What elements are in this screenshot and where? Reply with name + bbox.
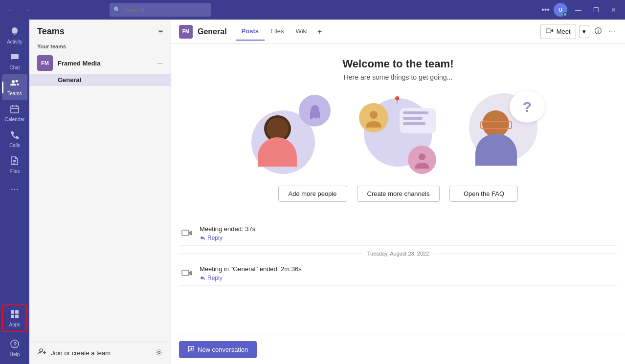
files-label: Files — [9, 169, 20, 174]
maximize-button[interactable]: ❐ — [589, 5, 603, 15]
svg-rect-5 — [11, 315, 14, 318]
activity-label: Activity — [7, 39, 22, 44]
camera-icon — [179, 225, 195, 241]
team-framed-media-name: Framed Media — [58, 60, 152, 67]
help-icon: ? — [10, 339, 20, 350]
svg-rect-3 — [11, 310, 14, 314]
meet-button[interactable]: Meet — [540, 24, 576, 39]
teams-icon — [10, 78, 20, 89]
add-tab-button[interactable]: + — [313, 23, 326, 40]
message-item: Meeting ended: 37s Reply — [179, 221, 617, 246]
svg-rect-18 — [182, 270, 189, 276]
meet-dropdown-button[interactable]: ▾ — [579, 25, 589, 38]
reply-button[interactable]: Reply — [200, 235, 617, 241]
sidebar-item-teams[interactable]: Teams — [2, 74, 27, 100]
tab-wiki[interactable]: Wiki — [290, 23, 313, 41]
sidebar-item-more[interactable]: ··· — [2, 180, 27, 197]
channel-general[interactable]: General — [29, 74, 171, 86]
minimize-button[interactable]: — — [571, 5, 585, 15]
back-button[interactable]: ← — [5, 5, 18, 15]
team-framed-media-avatar: FM — [37, 55, 53, 71]
title-bar-right: ••• U — ❐ ✕ — [541, 3, 620, 17]
teams-header: Teams ≡ — [29, 20, 171, 42]
join-create-label: Join or create a team — [51, 349, 111, 357]
add-people-button[interactable]: Add more people — [278, 186, 347, 202]
channel-name: General — [198, 27, 227, 36]
svg-rect-2 — [11, 106, 19, 113]
meet-label: Meet — [557, 28, 571, 35]
date-separator-label: Tuesday, August 23, 2022 — [362, 251, 434, 257]
message-item: Meeting in "General" ended: 2m 36s Reply — [179, 261, 617, 286]
calls-icon — [10, 130, 20, 141]
teams-menu-button[interactable]: ≡ — [158, 27, 163, 36]
files-icon — [10, 156, 20, 167]
close-button[interactable]: ✕ — [607, 5, 620, 15]
reply-label: Reply — [207, 235, 223, 241]
welcome-section: Welcome to the team! Here are some thing… — [179, 48, 617, 221]
illus-add-people: + — [246, 91, 335, 174]
team-framed-media-more[interactable]: ··· — [157, 59, 163, 67]
sidebar-item-files[interactable]: Files — [2, 152, 27, 178]
reply-button[interactable]: Reply — [200, 275, 617, 281]
welcome-subtitle: Here are some things to get going... — [189, 73, 607, 81]
svg-point-10 — [158, 351, 160, 353]
channel-more-button[interactable]: ··· — [607, 25, 617, 38]
svg-rect-11 — [546, 29, 551, 33]
channel-info-button[interactable] — [592, 25, 604, 39]
teams-panel-title: Teams — [37, 26, 65, 37]
illus-faq: ? — [462, 91, 550, 174]
search-wrap: 🔍 — [110, 3, 393, 17]
illus-channels: 📍 — [354, 91, 442, 174]
message-text: Meeting ended: 37s — [200, 225, 617, 233]
sidebar-item-activity[interactable]: Activity — [2, 22, 27, 48]
chevron-down-icon: ▾ — [582, 28, 586, 35]
svg-point-9 — [40, 349, 43, 352]
join-icon — [37, 347, 47, 359]
calendar-icon — [10, 104, 20, 115]
join-create-team-button[interactable]: Join or create a team — [37, 347, 155, 359]
tab-files[interactable]: Files — [265, 23, 290, 41]
message-content: Meeting in "General" ended: 2m 36s Reply — [200, 265, 617, 281]
svg-rect-4 — [15, 310, 19, 314]
create-channels-button[interactable]: Create more channels — [357, 186, 440, 202]
messages-area[interactable]: Welcome to the team! Here are some thing… — [171, 44, 625, 335]
nav-buttons: ← → — [5, 5, 33, 15]
teams-settings-button[interactable] — [155, 348, 163, 358]
main-layout: Activity Chat Teams — [0, 20, 625, 364]
teams-panel: Teams ≡ Your teams FM Framed Media ··· G… — [29, 20, 171, 364]
action-buttons: Add more people Create more channels Ope… — [189, 186, 607, 202]
user-avatar[interactable]: U — [554, 3, 567, 17]
new-conv-icon — [188, 345, 195, 354]
reply-label: Reply — [207, 275, 223, 281]
compose-bar: New conversation — [171, 335, 625, 364]
more-icon: ··· — [11, 184, 19, 193]
forward-button[interactable]: → — [21, 5, 33, 15]
more-options-button[interactable]: ••• — [541, 5, 550, 14]
chat-icon — [10, 52, 20, 64]
channel-tabs: Posts Files Wiki + — [236, 23, 326, 40]
search-input[interactable] — [110, 3, 211, 17]
new-conversation-button[interactable]: New conversation — [179, 341, 257, 358]
open-faq-button[interactable]: Open the FAQ — [449, 186, 518, 202]
avatar-status — [563, 12, 567, 17]
tab-posts[interactable]: Posts — [236, 23, 265, 41]
team-framed-media[interactable]: FM Framed Media ··· — [29, 52, 171, 74]
new-conv-label: New conversation — [198, 346, 248, 353]
calendar-label: Calendar — [5, 117, 25, 122]
svg-point-16 — [419, 153, 425, 160]
teams-label: Teams — [7, 91, 22, 96]
sidebar-item-calendar[interactable]: Calendar — [2, 100, 27, 126]
sidebar-item-calls[interactable]: Calls — [2, 126, 27, 152]
svg-point-15 — [370, 111, 378, 119]
svg-point-0 — [12, 80, 15, 83]
sidebar-item-chat[interactable]: Chat — [2, 48, 27, 74]
sidebar-item-help[interactable]: ? Help — [2, 335, 27, 361]
svg-text:?: ? — [13, 341, 17, 348]
message-text: Meeting in "General" ended: 2m 36s — [200, 265, 617, 273]
teams-footer: Join or create a team — [29, 342, 171, 364]
your-teams-label: Your teams — [29, 42, 171, 52]
sidebar-item-apps[interactable]: Apps — [2, 304, 27, 332]
chat-label: Chat — [9, 65, 20, 70]
meet-icon — [546, 27, 554, 36]
welcome-title: Welcome to the team! — [189, 58, 607, 70]
